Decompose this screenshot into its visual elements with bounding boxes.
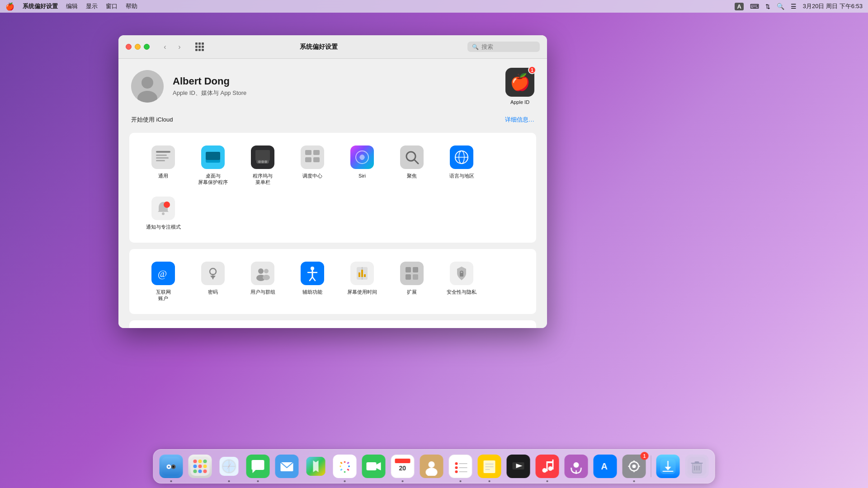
svg-line-143	[341, 469, 342, 470]
pref-label-general: 通用	[158, 173, 168, 179]
pref-item-sound[interactable]: 声音	[288, 328, 337, 328]
menubar-search-icon[interactable]: 🔍	[777, 3, 784, 10]
pref-item-internet[interactable]: @ 互联网 账户	[138, 256, 188, 307]
svg-rect-4	[156, 155, 167, 156]
svg-rect-42	[364, 274, 366, 277]
pref-item-software[interactable]: 软件更新	[138, 328, 188, 328]
pref-item-mouse[interactable]: 鼠标	[437, 328, 486, 328]
dock-item-messages[interactable]	[245, 453, 271, 479]
menubar-help[interactable]: 帮助	[126, 2, 137, 10]
pref-item-bluetooth[interactable]: 蓝牙	[238, 328, 288, 328]
dock-item-facetime[interactable]	[361, 453, 387, 479]
svg-point-153	[429, 461, 435, 468]
svg-line-37	[312, 277, 315, 281]
maximize-button[interactable]	[144, 44, 150, 50]
pref-item-spotlight[interactable]: 聚焦	[387, 140, 437, 191]
back-button[interactable]: ‹	[159, 41, 171, 53]
pref-item-security[interactable]: 安全性与隐私	[437, 256, 486, 307]
search-input[interactable]	[481, 43, 536, 50]
dock-item-notes[interactable]	[476, 453, 503, 479]
pref-item-keyboard[interactable]: 键盘	[337, 328, 387, 328]
close-button[interactable]	[126, 44, 132, 50]
pref-item-notify[interactable]: 通知与专注模式	[138, 191, 188, 235]
dock-item-mail[interactable]	[274, 453, 300, 479]
pref-item-network[interactable]: 网络	[188, 328, 238, 328]
search-bar[interactable]: 🔍	[467, 42, 540, 52]
dock: 20	[153, 449, 715, 483]
apple-id-button[interactable]: 🍎 1 Apple ID	[505, 68, 534, 105]
svg-rect-149	[395, 459, 410, 463]
dock-item-calendar[interactable]: 20	[390, 453, 416, 479]
dock-item-safari[interactable]	[216, 453, 242, 479]
minimize-button[interactable]	[135, 44, 141, 50]
pref-grid-1: 通用 桌面与 屏幕保护程序 程序坞与 菜单栏	[138, 140, 527, 235]
pref-item-trackpad[interactable]: 触控板	[387, 328, 437, 328]
pref-section-2: @ 互联网 账户 密码 用户与群组	[129, 249, 536, 314]
svg-line-21	[414, 160, 418, 164]
main-window: ‹ › 系统偏好设置 🔍	[118, 35, 547, 328]
apple-id-label: Apple ID	[510, 99, 529, 105]
svg-point-13	[261, 160, 264, 163]
dock-item-appstore[interactable]: A	[592, 453, 618, 479]
apple-id-icon: 🍎	[510, 73, 530, 92]
pref-item-extensions[interactable]: 扩展	[387, 256, 437, 307]
menubar-app-name[interactable]: 系统偏好设置	[23, 2, 58, 10]
svg-rect-175	[547, 461, 554, 463]
pref-item-dock[interactable]: 程序坞与 菜单栏	[238, 140, 288, 191]
svg-point-158	[455, 470, 458, 473]
pref-item-desktop[interactable]: 桌面与 屏幕保护程序	[188, 140, 238, 191]
menubar-keyboard-icon[interactable]: ⌨	[750, 3, 759, 10]
svg-text:@: @	[158, 268, 167, 279]
svg-point-121	[198, 469, 202, 473]
icloud-link[interactable]: 详细信息…	[505, 116, 534, 124]
svg-rect-43	[406, 267, 411, 272]
pref-item-language[interactable]: 语言与地区	[437, 140, 486, 191]
apple-menu[interactable]: 🍎	[5, 2, 14, 11]
pref-label-language: 语言与地区	[449, 173, 474, 179]
svg-point-12	[258, 160, 261, 163]
svg-point-172	[548, 466, 553, 471]
dock-item-reminders[interactable]	[448, 453, 474, 479]
menubar-edit[interactable]: 编辑	[66, 2, 78, 10]
dock-item-appletv[interactable]	[505, 453, 532, 479]
apple-id-badge: 1	[528, 66, 536, 74]
pref-item-passwords[interactable]: 密码	[188, 256, 238, 307]
menubar-window[interactable]: 窗口	[106, 2, 118, 10]
pref-item-accessibility[interactable]: 辅助功能	[288, 256, 337, 307]
dock-item-music[interactable]	[534, 453, 561, 479]
svg-rect-6	[156, 160, 165, 161]
svg-line-142	[348, 462, 349, 464]
icloud-banner: 开始使用 iCloud 详细信息…	[129, 116, 536, 124]
dock-item-trash[interactable]	[684, 453, 710, 479]
pref-label-users: 用户与群组	[250, 289, 275, 295]
svg-rect-108	[162, 457, 181, 476]
pref-label-extensions: 扩展	[407, 289, 417, 295]
svg-rect-146	[367, 462, 377, 470]
menubar-input-icon[interactable]: A	[735, 3, 743, 10]
pref-item-users[interactable]: 用户与群组	[238, 256, 288, 307]
dock-item-podcasts[interactable]	[563, 453, 590, 479]
dock-item-maps[interactable]	[303, 453, 329, 479]
svg-rect-8	[206, 152, 220, 160]
menubar-arrows-icon[interactable]: ⇅	[765, 3, 770, 10]
pref-item-mission[interactable]: 调度中心	[288, 140, 337, 191]
dock-item-syspref[interactable]: 1	[621, 453, 647, 479]
dock-item-photos[interactable]	[332, 453, 358, 479]
svg-point-32	[263, 275, 270, 280]
dock-item-contacts[interactable]	[419, 453, 445, 479]
dock-item-launchpad[interactable]	[187, 453, 213, 479]
dock-badge-syspref: 1	[641, 452, 649, 460]
dock-item-finder[interactable]	[158, 453, 184, 479]
svg-rect-41	[361, 270, 363, 277]
profile-info: Albert Dong Apple ID、媒体与 App Store	[173, 75, 246, 97]
menubar: 🍎 系统偏好设置 编辑 显示 窗口 帮助 A ⌨ ⇅ 🔍 ☰ 3月20日 周日 …	[0, 0, 868, 13]
dock-item-downloads[interactable]	[655, 453, 681, 479]
menubar-view[interactable]: 显示	[86, 2, 98, 10]
pref-item-screentime[interactable]: 屏幕使用时间	[337, 256, 387, 307]
menubar-control-center[interactable]: ☰	[791, 3, 797, 10]
pref-item-siri[interactable]: Siri	[337, 140, 387, 191]
svg-line-36	[310, 277, 312, 281]
pref-item-general[interactable]: 通用	[138, 140, 188, 191]
svg-point-112	[173, 466, 175, 468]
profile-section: Albert Dong Apple ID、媒体与 App Store 🍎 1 A…	[129, 68, 536, 105]
